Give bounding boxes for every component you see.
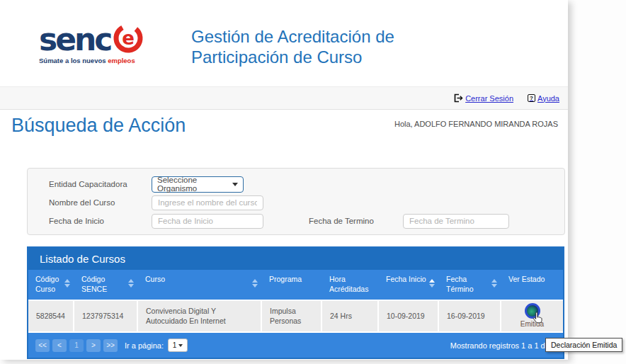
logout-icon	[453, 93, 463, 103]
goto-page-select[interactable]: 1	[168, 339, 188, 352]
course-list-widget: Listado de Cursos Código Curso Código SE…	[27, 246, 564, 359]
fecha-termino-label: Fecha de Termino	[309, 217, 403, 225]
sence-wordmark: senc e	[39, 24, 166, 55]
column-header-curso[interactable]: Curso	[138, 270, 262, 300]
sort-icon	[252, 279, 258, 288]
page-container: senc e Súmate a los nuevos empleos Gesti…	[0, 0, 568, 360]
column-label: Curso	[145, 275, 165, 283]
cell-programa: Impulsa Personas	[262, 301, 322, 331]
table-footer: << < 1 > >> Ir a página: 1 Mostrando reg…	[28, 333, 563, 358]
user-greeting: Hola, ADOLFO FERNANDO MIRANDA ROJAS	[394, 120, 558, 128]
column-label: Hora Acréditadas	[329, 275, 368, 293]
entidad-select-value: Seleccione Organismo	[157, 176, 232, 193]
form-row-fechas: Fecha de Inicio Fecha de Termino	[49, 212, 564, 230]
fecha-inicio-input[interactable]	[152, 214, 263, 229]
pagination-page-button[interactable]: 1	[69, 339, 84, 352]
sence-logo: senc e Súmate a los nuevos empleos	[39, 24, 166, 64]
help-label: Ayuda	[537, 94, 559, 103]
help-icon: ?	[528, 94, 535, 102]
pagination-prev-button[interactable]: <	[52, 339, 67, 352]
sort-icon	[128, 279, 134, 288]
app-title-line1: Gestión de Acreditación de	[191, 27, 394, 47]
pagination-next-button[interactable]: >	[86, 339, 101, 352]
session-toolbar: Cerrar Sesión ? Ayuda	[0, 86, 568, 110]
hand-cursor-icon	[533, 312, 543, 324]
column-header-hora-acreditadas[interactable]: Hora Acréditadas	[322, 270, 379, 300]
svg-text:e: e	[123, 28, 135, 49]
cell-fecha-termino: 16-09-2019	[439, 301, 501, 331]
goto-page-label: Ir a página:	[125, 341, 164, 350]
cell-curso: Convivencia Digital Y Autocuidado En Int…	[138, 301, 262, 331]
cell-codigo-curso: 5828544	[28, 301, 74, 331]
column-label: Fecha Término	[446, 275, 474, 293]
column-header-codigo-sence[interactable]: Código SENCE	[74, 270, 138, 300]
cell-codigo-sence: 1237975314	[74, 301, 138, 331]
sort-icon	[491, 279, 497, 288]
column-label: Fecha Inicio	[386, 275, 426, 283]
fecha-termino-input[interactable]	[403, 214, 509, 229]
chevron-down-icon	[178, 344, 183, 347]
records-status: Mostrando registros 1 a 1 de 1	[450, 341, 556, 350]
cell-fecha-inicio: 10-09-2019	[379, 301, 439, 331]
cell-horas: 24 Hrs	[322, 301, 379, 331]
sence-logo-swirl-icon: e	[111, 21, 145, 55]
column-header-ver-estado: Ver Estado	[501, 270, 563, 300]
table-header-row: Código Curso Código SENCE Curso Programa…	[28, 270, 563, 300]
page-title: Búsqueda de Acción	[11, 115, 186, 137]
sort-icon	[64, 279, 70, 288]
tagline-accent: empleos	[108, 57, 135, 64]
column-header-codigo-curso[interactable]: Código Curso	[28, 270, 74, 300]
pagination-first-button[interactable]: <<	[35, 339, 50, 352]
goto-page-value: 1	[173, 341, 177, 349]
table-row: 5828544 1237975314 Convivencia Digital Y…	[28, 300, 563, 333]
column-label: Código Curso	[35, 275, 59, 293]
chevron-down-icon	[232, 183, 238, 186]
table-title: Listado de Cursos	[28, 248, 563, 270]
logout-link[interactable]: Cerrar Sesión	[453, 93, 513, 103]
entidad-select[interactable]: Seleccione Organismo	[152, 176, 244, 193]
column-label: Código SENCE	[81, 275, 107, 293]
help-link[interactable]: ? Ayuda	[528, 94, 559, 103]
column-label: Programa	[269, 275, 302, 283]
fecha-inicio-label: Fecha de Inicio	[49, 217, 152, 225]
column-label: Ver Estado	[508, 275, 545, 283]
app-title: Gestión de Acreditación de Participación…	[191, 27, 394, 68]
pagination-last-button[interactable]: >>	[103, 339, 118, 352]
form-row-nombre: Nombre del Curso	[49, 193, 564, 212]
nombre-curso-input[interactable]	[152, 195, 263, 210]
tooltip: Declaración Emitida	[545, 338, 622, 352]
nombre-curso-label: Nombre del Curso	[49, 198, 152, 207]
column-header-fecha-inicio[interactable]: Fecha Inicio	[379, 270, 439, 300]
entidad-label: Entidad Capacitadora	[49, 180, 152, 188]
column-header-fecha-termino[interactable]: Fecha Término	[439, 270, 501, 300]
sort-asc-icon	[429, 279, 435, 288]
tagline-prefix: Súmate a los nuevos	[39, 57, 108, 64]
logout-label: Cerrar Sesión	[465, 94, 513, 103]
sence-tagline: Súmate a los nuevos empleos	[39, 57, 166, 64]
search-panel: Entidad Capacitadora Seleccione Organism…	[27, 168, 565, 235]
form-row-entidad: Entidad Capacitadora Seleccione Organism…	[49, 175, 564, 193]
column-header-programa[interactable]: Programa	[262, 270, 322, 300]
app-title-line2: Participación de Curso	[191, 47, 394, 68]
sence-wordmark-text: senc	[39, 24, 110, 55]
